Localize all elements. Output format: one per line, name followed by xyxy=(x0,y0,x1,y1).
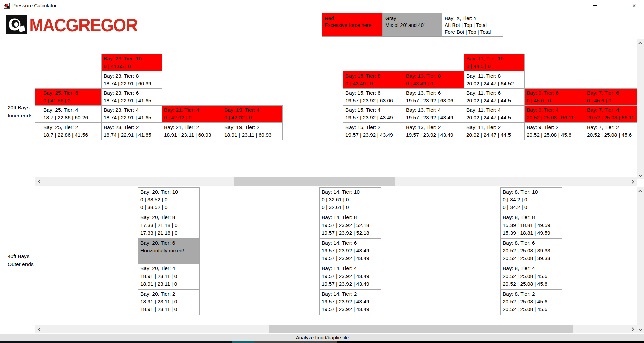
cell-title: Bay: 13, Tier: 2 xyxy=(406,123,462,131)
hscrollbar-40ft-left-button[interactable] xyxy=(35,325,44,333)
cell-bay-14-tier-6: Bay: 14, Tier: 619.57 | 23.92 | 43.4919.… xyxy=(319,238,381,264)
chevron-right-icon xyxy=(630,180,634,183)
chevron-up-icon xyxy=(638,190,642,193)
minimize-icon xyxy=(593,5,597,6)
vscrollbar-40ft-up-button[interactable] xyxy=(637,187,644,195)
grid-20ft: Bay: 25, Tier: 60 | 41.56 | 0Bay: 25, Ti… xyxy=(35,54,637,141)
cell-title: Bay: 14, Tier: 8 xyxy=(322,213,379,221)
analyze-button[interactable]: Analyze Imud/baplie file xyxy=(0,334,644,341)
cell-title: Bay: 14, Tier: 4 xyxy=(322,264,379,272)
cell-value: 20.52 | 25.08 | 39.33 xyxy=(503,247,560,254)
section-label-40ft-line1: 40ft Bays xyxy=(8,252,34,260)
titlebar: Pressure Calculator ✕ xyxy=(0,0,644,11)
legend-format-line2: Aft Bot | Top | Total xyxy=(445,22,500,29)
restore-icon xyxy=(612,4,616,8)
restore-button[interactable] xyxy=(605,0,624,11)
cell-title: Bay: 15, Tier: 4 xyxy=(345,106,401,114)
macgregor-logo-text: MACGREGOR xyxy=(29,15,138,36)
chevron-right-icon xyxy=(630,327,634,331)
cell-bay-13-tier-6: Bay: 13, Tier: 619.57 | 23.92 | 63.06 xyxy=(404,88,464,106)
window-controls: ✕ xyxy=(585,0,644,11)
cell-bay-13-tier-2: Bay: 13, Tier: 219.57 | 23.92 | 43.49 xyxy=(404,122,464,140)
cell-bay-7-tier-2: Bay: 7, Tier: 220.52 | 25.08 | 45.6 xyxy=(585,122,637,140)
vscrollbar-20ft-up-button[interactable] xyxy=(637,39,644,47)
cell-bay-11-tier-10: Bay: 11, Tier: 100 | 44.5 | 0 xyxy=(464,54,525,71)
cell-value: 18.7 | 22.86 | 60.26 xyxy=(43,114,99,121)
cell-value: 19.57 | 23.92 | 43.49 xyxy=(322,247,379,254)
cell-title: Bay: 21, Tier: 2 xyxy=(164,123,220,131)
cell-bay-8-tier-4: Bay: 8, Tier: 420.52 | 25.08 | 45.620.52… xyxy=(500,264,562,290)
cell-bay-23-tier-4: Bay: 23, Tier: 418.74 | 22.91 | 41.65 xyxy=(101,105,162,123)
cell-title: Bay: 20, Tier: 4 xyxy=(140,264,197,272)
cell-title: Bay: 23, Tier: 10 xyxy=(104,55,160,62)
cell-value: 0 | 38.52 | 0 xyxy=(140,203,197,211)
vscrollbar-20ft[interactable] xyxy=(637,39,644,179)
cell-title: Bay: 25, Tier: 4 xyxy=(43,106,99,114)
section-label-20ft-line2: Inner ends xyxy=(8,112,32,120)
cell-value: 20.02 | 24.47 | 44.5 xyxy=(466,114,522,121)
cell-value: 20.52 | 25.08 | 45.6 xyxy=(503,305,560,313)
cell-title: Bay: 15, Tier: 2 xyxy=(345,123,401,131)
cell-title: Bay: 13, Tier: 8 xyxy=(406,72,462,80)
cell-title: Bay: 11, Tier: 8 xyxy=(466,72,522,80)
cell-bay-9-tier-6: Bay: 9, Tier: 60 | 45.6 | 0 xyxy=(524,88,585,106)
vscrollbar-40ft[interactable] xyxy=(637,187,644,333)
cell-value: 20.02 | 24.47 | 64.52 xyxy=(466,80,522,87)
cell-bay-13-tier-8: Bay: 13, Tier: 80 | 43.49 | 0 xyxy=(404,71,464,89)
cell-value: 18.91 | 23.11 | 0 xyxy=(140,272,197,280)
cell-value: 20.52 | 25.08 | 45.6 xyxy=(587,131,637,139)
app-icon[interactable] xyxy=(4,3,10,9)
cell-value: 0 | 41.56 | 0 xyxy=(43,97,99,104)
cell-bay-20-tier-10: Bay: 20, Tier: 100 | 38.52 | 00 | 38.52 … xyxy=(138,187,200,213)
cell-value: 0 | 34.2 | 0 xyxy=(503,203,560,211)
cell-title: Bay: 14, Tier: 2 xyxy=(322,290,379,298)
cell-bay-21-tier-2: Bay: 21, Tier: 218.91 | 23.11 | 60.93 xyxy=(162,122,222,140)
chevron-down-icon xyxy=(638,173,642,177)
cell-bay-8-tier-8: Bay: 8, Tier: 815.39 | 18.81 | 49.5915.3… xyxy=(500,213,562,239)
cell-bay-11-tier-6: Bay: 11, Tier: 620.02 | 24.47 | 44.5 xyxy=(464,88,525,106)
cell-value: 19.57 | 23.92 | 43.49 xyxy=(322,298,379,305)
close-button[interactable]: ✕ xyxy=(624,0,644,11)
cell-title: Bay: 11, Tier: 2 xyxy=(466,123,522,131)
hscrollbar-40ft[interactable] xyxy=(35,325,637,333)
cell-value: 0 | 34.2 | 0 xyxy=(503,196,560,203)
cell-value: 18.74 | 22.91 | 41.65 xyxy=(104,131,160,139)
cell-value: 19.57 | 23.92 | 52.18 xyxy=(322,221,379,229)
cell-bay-15-tier-6: Bay: 15, Tier: 619.57 | 23.92 | 63.06 xyxy=(343,88,404,106)
cell-bay-23-tier-6: Bay: 23, Tier: 618.74 | 22.91 | 41.65 xyxy=(101,88,162,106)
hscrollbar-20ft-left-button[interactable] xyxy=(35,177,44,186)
cell-value: 18.7 | 22.86 | 41.56 xyxy=(43,131,99,139)
cell-bay-11-tier-4: Bay: 11, Tier: 420.02 | 24.47 | 44.5 xyxy=(464,105,525,123)
legend-format: Bay: X, Tier: Y Aft Bot | Top | Total Fo… xyxy=(442,13,503,37)
hscrollbar-40ft-right-button[interactable] xyxy=(629,325,637,333)
cell-bay-15-tier-8: Bay: 15, Tier: 80 | 43.49 | 0 xyxy=(343,71,404,89)
chevron-left-icon xyxy=(38,327,42,331)
cell-title: Bay: 25, Tier: 6 xyxy=(43,89,99,97)
cell-value: 0 | 44.5 | 0 xyxy=(466,62,522,70)
hscrollbar-20ft-right-button[interactable] xyxy=(629,177,637,186)
cell-title: Bay: 8, Tier: 8 xyxy=(503,213,560,221)
cell-value: 0 | 42.02 | 0 xyxy=(224,114,280,121)
clipped-cell-tier-4 xyxy=(35,105,41,123)
hscrollbar-40ft-thumb[interactable] xyxy=(269,325,573,333)
vscrollbar-20ft-down-button[interactable] xyxy=(637,172,644,179)
close-icon: ✕ xyxy=(632,3,636,8)
cell-title: Bay: 20, Tier: 2 xyxy=(140,290,197,298)
minimize-button[interactable] xyxy=(585,0,605,11)
hscrollbar-20ft-thumb[interactable] xyxy=(234,177,395,186)
cell-title: Bay: 14, Tier: 6 xyxy=(322,239,379,247)
cell-value: 18.91 | 23.11 | 0 xyxy=(140,298,197,305)
cell-bay-9-tier-4: Bay: 9, Tier: 420.52 | 25.08 | 66.11 xyxy=(524,105,585,123)
cell-bay-25-tier-4: Bay: 25, Tier: 418.7 | 22.86 | 60.26 xyxy=(41,105,102,123)
cell-title: Bay: 8, Tier: 6 xyxy=(503,239,560,247)
cell-title: Bay: 13, Tier: 4 xyxy=(406,106,462,114)
window-title: Pressure Calculator xyxy=(12,3,57,8)
vscrollbar-40ft-down-button[interactable] xyxy=(637,326,644,333)
cell-title: Bay: 8, Tier: 10 xyxy=(503,188,560,196)
section-label-40ft-line2: Outer ends xyxy=(8,260,34,268)
hscrollbar-20ft[interactable] xyxy=(35,177,637,186)
cell-bay-20-tier-2: Bay: 20, Tier: 218.91 | 23.11 | 018.91 |… xyxy=(138,289,200,315)
cell-title: Bay: 7, Tier: 2 xyxy=(587,123,637,131)
chevron-up-icon xyxy=(638,42,642,45)
cell-bay-8-tier-2: Bay: 8, Tier: 220.52 | 25.08 | 45.620.52… xyxy=(500,289,562,315)
